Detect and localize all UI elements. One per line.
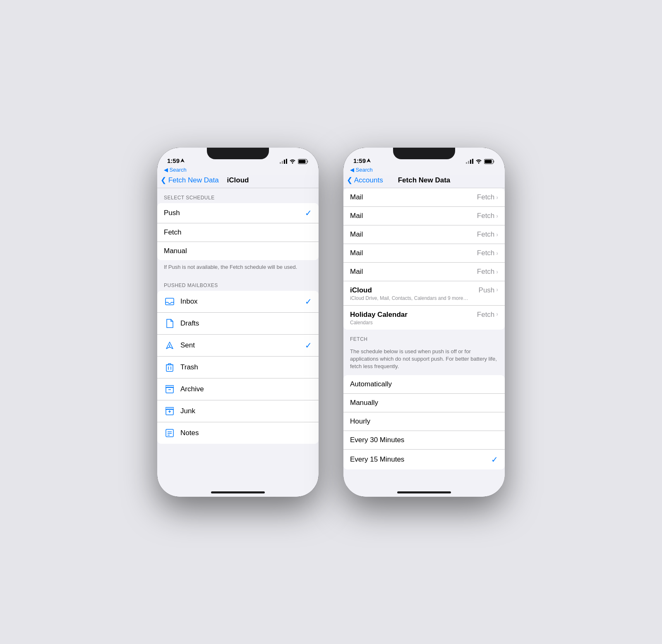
list-item-trash[interactable]: Trash [157,357,319,378]
mail-4-chevron: › [496,250,498,256]
sent-check: ✓ [305,340,312,350]
list-item-hourly[interactable]: Hourly [343,412,505,431]
holiday-inner: Holiday Calendar Calendars [350,311,477,326]
manually-label: Manually [350,399,498,407]
svg-rect-1 [280,162,281,164]
list-item-manual[interactable]: Manual [157,242,319,260]
svg-rect-37 [494,160,494,163]
screen-content-1: ◀ Search ❮ Fetch New Data iCloud SELECT … [157,166,319,497]
pushed-mailboxes-header: PUSHED MAILBOXES [157,276,319,291]
archive-label: Archive [180,385,312,393]
svg-rect-36 [485,160,492,163]
trash-svg [166,363,173,372]
list-item-automatically[interactable]: Automatically [343,375,505,394]
time-display-2: 1:59 [353,157,371,164]
wifi-icon [289,159,296,164]
wifi-icon-2 [475,159,482,164]
svg-rect-2 [282,161,283,164]
svg-rect-8 [307,160,308,163]
svg-rect-11 [166,365,173,371]
scroll-area-1[interactable]: SELECT SCHEDULE Push ✓ Fetch Manual If P… [157,188,319,497]
schedule-list: Push ✓ Fetch Manual [157,203,319,260]
list-item-notes[interactable]: Notes [157,422,319,444]
phone-2: 1:59 [343,148,505,497]
svg-point-5 [292,163,293,163]
list-item-30min[interactable]: Every 30 Minutes [343,431,505,450]
icloud-label: iCloud [350,286,479,294]
list-item-archive[interactable]: Archive [157,378,319,400]
mail-4-label: Mail [350,249,477,257]
list-item-sent[interactable]: Sent ✓ [157,335,319,357]
signal-icon-2 [466,159,473,164]
schedule-info-text: If Push is not available, the Fetch sche… [157,260,319,276]
signal-icon [280,159,287,164]
nav-bar-1: ❮ Fetch New Data iCloud [157,175,319,188]
svg-marker-0 [180,158,185,163]
manual-label: Manual [164,247,312,255]
list-item-fetch[interactable]: Fetch [157,223,319,242]
drafts-label: Drafts [180,319,312,328]
mail-3-detail: Fetch [477,230,495,239]
list-item-junk[interactable]: Junk [157,400,319,422]
svg-rect-25 [166,429,173,437]
inbox-check: ✓ [305,297,312,306]
phone-1: 1:59 [157,148,319,497]
junk-label: Junk [180,407,312,415]
fetch-header: FETCH [343,330,505,345]
list-item-manually[interactable]: Manually [343,394,505,412]
mail-5-chevron: › [496,268,498,275]
icloud-chevron: › [496,286,498,293]
hourly-label: Hourly [350,417,498,426]
search-hint-1[interactable]: ◀ Search [157,166,319,175]
svg-point-34 [478,163,479,163]
list-item-push[interactable]: Push ✓ [157,203,319,223]
list-item-mail-1[interactable]: Mail Fetch › [343,188,505,207]
archive-svg [166,385,174,393]
mailboxes-list: Inbox ✓ Drafts [157,291,319,444]
sent-svg [166,341,174,350]
status-icons-2 [466,159,495,164]
list-item-mail-3[interactable]: Mail Fetch › [343,225,505,244]
svg-rect-4 [286,159,287,164]
inbox-icon [164,296,175,307]
search-hint-2[interactable]: ◀ Search [343,166,505,175]
svg-rect-7 [299,160,306,163]
battery-icon-2 [484,159,495,164]
svg-rect-31 [468,161,469,164]
list-item-mail-4[interactable]: Mail Fetch › [343,244,505,263]
status-icons [280,159,309,164]
svg-rect-22 [166,407,174,409]
nav-back-1[interactable]: ❮ Fetch New Data [161,176,219,184]
list-item-drafts[interactable]: Drafts [157,313,319,335]
holiday-chevron: › [496,311,498,317]
sent-label: Sent [180,341,305,350]
push-label: Push [164,209,305,217]
svg-marker-29 [367,158,371,163]
30min-label: Every 30 Minutes [350,436,498,444]
nav-bar-2: ❮ Accounts Fetch New Data [343,175,505,188]
battery-icon [298,159,309,164]
notes-svg [166,429,174,437]
nav-title-1: iCloud [227,176,249,184]
nav-back-2[interactable]: ❮ Accounts [347,176,383,184]
holiday-subtitle: Calendars [350,320,477,326]
svg-rect-33 [472,159,473,164]
list-item-mail-2[interactable]: Mail Fetch › [343,207,505,225]
notes-label: Notes [180,429,312,437]
list-item-mail-5[interactable]: Mail Fetch › [343,263,505,281]
list-item-inbox[interactable]: Inbox ✓ [157,291,319,313]
mail-2-label: Mail [350,212,477,220]
list-item-icloud[interactable]: iCloud iCloud Drive, Mail, Contacts, Cal… [343,281,505,306]
mail-2-chevron: › [496,213,498,219]
list-item-holiday[interactable]: Holiday Calendar Calendars Fetch › [343,306,505,330]
scroll-area-2[interactable]: Mail Fetch › Mail Fetch › Mail Fetch › [343,188,505,497]
mail-4-detail: Fetch [477,249,495,257]
time-display: 1:59 [167,157,185,164]
trash-icon [164,362,175,373]
fetch-schedule-list: Automatically Manually Hourly Every 30 M… [343,375,505,469]
holiday-label: Holiday Calendar [350,311,477,319]
sent-icon [164,340,175,351]
push-check: ✓ [305,208,312,218]
icloud-inner: iCloud iCloud Drive, Mail, Contacts, Cal… [350,286,479,301]
list-item-15min[interactable]: Every 15 Minutes ✓ [343,450,505,469]
